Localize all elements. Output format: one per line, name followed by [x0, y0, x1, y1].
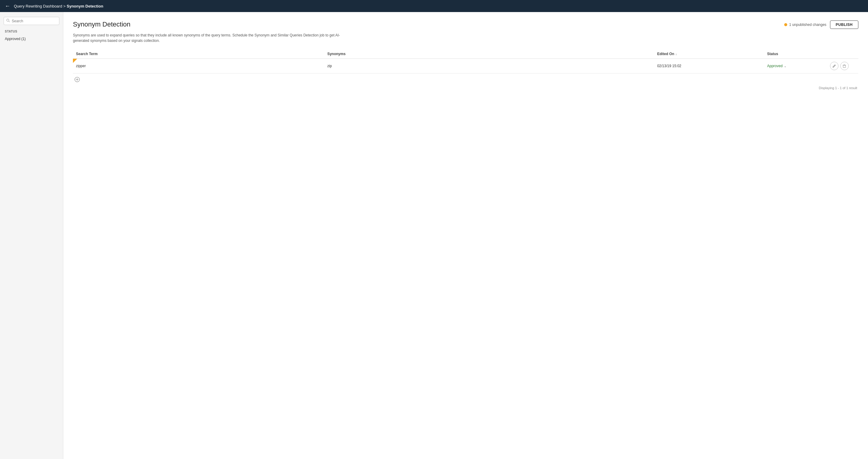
cell-search-term: zipper: [73, 59, 324, 73]
sidebar-search-container[interactable]: [4, 17, 59, 25]
search-term-value: zipper: [76, 64, 86, 68]
svg-line-1: [9, 21, 10, 22]
status-dropdown-icon[interactable]: ⌄: [784, 64, 786, 68]
sort-desc-icon: ↓: [675, 53, 677, 56]
table-header-row: Search Term Synonyms Edited On ↓ Status: [73, 50, 858, 59]
table-row: zipper zip 02/13/19 15:02 Approved ⌄: [73, 59, 858, 73]
cell-edited-on: 02/13/19 15:02: [654, 59, 764, 73]
synonym-table: Search Term Synonyms Edited On ↓ Status: [73, 50, 858, 73]
breadcrumb-parent[interactable]: Query Rewriting Dashboard: [14, 4, 62, 8]
edit-button[interactable]: [830, 62, 838, 70]
unpublished-count: 1 unpublished changes: [789, 23, 826, 27]
action-buttons: [830, 62, 855, 70]
col-header-search-term: Search Term: [73, 50, 324, 59]
search-input[interactable]: [12, 19, 57, 23]
breadcrumb-current: Synonym Detection: [67, 4, 103, 8]
cell-actions: [827, 59, 858, 73]
status-section-title: STATUS: [0, 30, 63, 35]
header-right: 1 unpublished changes PUBLISH: [784, 21, 858, 29]
svg-rect-2: [843, 65, 846, 67]
page-title: Synonym Detection: [73, 21, 130, 28]
col-header-status: Status: [764, 50, 827, 59]
col-header-actions: [827, 50, 858, 59]
add-row-button[interactable]: [73, 75, 82, 84]
page-header: Synonym Detection 1 unpublished changes …: [73, 21, 858, 29]
cell-synonyms: zip: [324, 59, 654, 73]
row-changed-indicator: [73, 59, 77, 63]
sidebar-item-approved[interactable]: Approved (1): [0, 35, 63, 43]
col-header-edited-on[interactable]: Edited On ↓: [654, 50, 764, 59]
delete-button[interactable]: [840, 62, 849, 70]
search-icon: [6, 19, 10, 23]
top-nav: ← Query Rewriting Dashboard > Synonym De…: [0, 0, 868, 12]
page-description: Synonyms are used to expand queries so t…: [73, 33, 344, 43]
app-layout: STATUS Approved (1) Synonym Detection 1 …: [0, 12, 868, 459]
cell-status: Approved ⌄: [764, 59, 827, 73]
breadcrumb-separator: >: [63, 4, 67, 8]
sidebar: STATUS Approved (1): [0, 12, 63, 459]
back-button[interactable]: ←: [5, 3, 10, 9]
unpublished-badge: 1 unpublished changes: [784, 23, 826, 27]
main-content: Synonym Detection 1 unpublished changes …: [63, 12, 868, 459]
col-header-synonyms: Synonyms: [324, 50, 654, 59]
unpublished-dot: [784, 23, 787, 26]
breadcrumb: Query Rewriting Dashboard > Synonym Dete…: [14, 4, 103, 8]
publish-button[interactable]: PUBLISH: [830, 21, 858, 29]
status-value: Approved: [767, 64, 782, 68]
col-header-edited-on-label: Edited On: [657, 52, 674, 56]
result-count: Displaying 1 - 1 of 1 result: [73, 86, 858, 90]
